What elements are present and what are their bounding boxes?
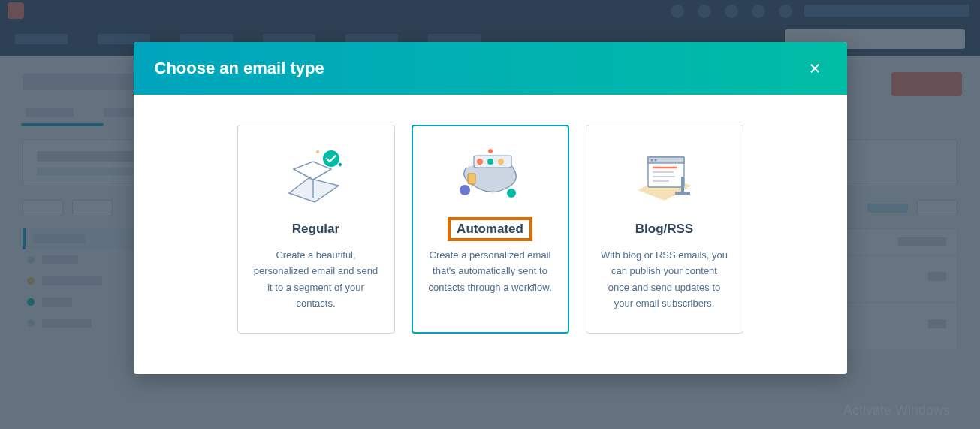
svg-point-12 [488,149,493,153]
email-type-card-automated[interactable]: Automated Create a personalized email th… [412,125,569,334]
modal-header: Choose an email type [134,42,847,95]
svg-rect-4 [338,162,342,167]
svg-rect-15 [648,157,684,163]
close-button[interactable] [804,57,826,80]
svg-point-16 [650,159,653,161]
choose-email-type-modal: Choose an email type [134,42,847,374]
modal-title: Choose an email type [155,59,324,78]
card-title: Blog/RSS [629,220,699,238]
close-icon [808,62,822,75]
svg-point-10 [460,185,470,195]
card-title: Automated [451,220,529,238]
email-type-card-blog-rss[interactable]: Blog/RSS With blog or RSS emails, you ca… [586,125,743,334]
svg-point-7 [487,159,493,165]
email-type-card-regular[interactable]: Regular Create a beautiful, personalized… [237,125,395,334]
svg-rect-23 [675,192,690,195]
svg-point-3 [316,150,319,153]
modal-overlay[interactable]: Choose an email type [0,0,980,429]
svg-point-11 [507,189,516,198]
svg-marker-0 [289,178,339,202]
svg-point-2 [323,150,339,167]
card-description: Create a personalized email that's autom… [426,247,555,295]
svg-point-8 [498,159,504,165]
card-title: Regular [286,220,345,238]
regular-illustration-icon [252,140,381,213]
automated-illustration-icon [426,140,555,213]
svg-point-6 [477,159,483,165]
svg-point-17 [654,159,656,161]
card-description: Create a beautiful, personalized email a… [252,247,381,312]
card-description: With blog or RSS emails, you can publish… [600,247,729,312]
modal-body: Regular Create a beautiful, personalized… [134,95,847,374]
svg-rect-9 [468,174,475,184]
blogrss-illustration-icon [600,140,729,213]
